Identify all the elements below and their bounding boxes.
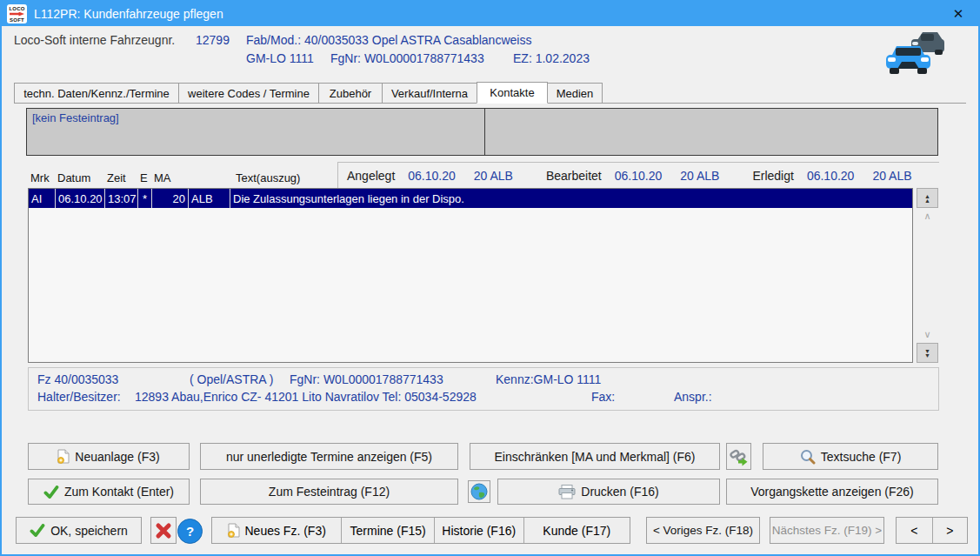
col-mrk: Mrk <box>28 171 55 184</box>
angelegt-ma: 20 ALB <box>474 169 513 183</box>
contact-list-header: Mrk Datum Zeit E MA Text(auszug) <box>28 167 337 188</box>
kunde-button[interactable]: Kunde (F17) <box>523 518 630 543</box>
button-label: Historie (F16) <box>442 524 516 538</box>
chevron-down-icon[interactable]: ∨ <box>923 330 930 339</box>
cars-icon <box>884 30 945 78</box>
unerledigte-termine-button[interactable]: nur unerledigte Termine anzeigen (F5) <box>200 443 458 470</box>
festeintrag-panel-right[interactable] <box>484 108 938 156</box>
cancel-button[interactable] <box>150 517 177 544</box>
erledigt-label: Erledigt <box>752 169 793 183</box>
triangle-up-icon: ▲ <box>924 198 930 203</box>
einschraenken-button[interactable]: Einschränken [MA und Merkmal] (F6) <box>470 443 720 470</box>
window-title: L112PR: Kundenfahrzeuge pflegen <box>34 7 223 21</box>
fab-mod-value: Fab/Mod.: 40/0035033 Opel ASTRA Casablan… <box>246 33 531 47</box>
erledigt-date: 06.10.20 <box>807 169 855 183</box>
search-icon <box>800 449 816 465</box>
button-label: Einschränken [MA und Merkmal] (F6) <box>494 450 695 464</box>
titlebar[interactable]: LOCO SOFT L112PR: Kundenfahrzeuge pflege… <box>2 2 978 26</box>
neues-fz-button[interactable]: Neues Fz. (F3) <box>212 518 341 543</box>
bearbeitet-ma: 20 ALB <box>680 169 719 183</box>
license-plate-value: GM-LO 1111 <box>246 51 314 65</box>
button-label: < Voriges Fz. (F18) <box>653 524 753 537</box>
textsuche-button[interactable]: Textsuche (F7) <box>763 443 938 470</box>
button-label: Drucken (F16) <box>581 485 658 499</box>
record-meta-strip: Angelegt 06.10.20 20 ALB Bearbeitet 06.1… <box>337 162 939 188</box>
green-check-icon <box>43 486 59 499</box>
button-label: Neues Fz. (F3) <box>245 524 326 538</box>
cell-text: Die Zulassungsunterlagen liegen in der D… <box>230 189 912 208</box>
vorgangskette-button[interactable]: Vorgangskette anzeigen (F26) <box>726 479 938 505</box>
button-label: OK, speichern <box>50 524 128 538</box>
drucken-button[interactable]: Drucken (F16) <box>497 479 720 505</box>
detail-vin-value: FgNr: W0L00001788771433 <box>290 372 443 386</box>
naechstes-fz-button[interactable]: Nächstes Fz. (F19) > <box>770 517 884 544</box>
tab-label: Verkauf/Interna <box>391 87 468 100</box>
cell-datum: 06.10.20 <box>56 189 105 208</box>
neuanlage-button[interactable]: Neuanlage (F3) <box>28 443 190 470</box>
button-label: Neuanlage (F3) <box>75 450 159 464</box>
voriges-fz-button[interactable]: < Voriges Fz. (F18) <box>646 517 760 544</box>
tab-verkauf-interna[interactable]: Verkauf/Interna <box>382 83 477 103</box>
cell-ma: 20 <box>152 189 189 208</box>
contact-list[interactable]: AI 06.10.20 13:07 * 20 ALB Die Zulassung… <box>28 188 913 363</box>
detail-plate-value: Kennz:GM-LO 1111 <box>496 372 601 386</box>
tab-zubehoer[interactable]: Zubehör <box>318 83 383 103</box>
tab-techn-daten[interactable]: techn. Daten/Kennz./Termine <box>14 83 179 103</box>
first-registration-value: EZ: 1.02.2023 <box>513 51 590 65</box>
internal-vehicle-number-value: 12799 <box>196 33 230 47</box>
tab-weitere-codes[interactable]: weitere Codes / Termine <box>178 83 319 103</box>
right-angle-icon: > <box>946 524 953 538</box>
list-scrollbar: ▲ ▲ ∧ ∨ ▼ ▼ <box>917 188 938 363</box>
new-document-icon <box>228 523 240 538</box>
festeintrag-panel[interactable]: [kein Festeintrag] <box>26 108 485 156</box>
help-button[interactable]: ? <box>177 519 203 544</box>
close-icon[interactable]: ✕ <box>943 6 973 22</box>
globe-icon <box>470 483 488 500</box>
chain-link-icon <box>730 447 749 466</box>
col-ma: MA <box>151 171 188 184</box>
scroll-page-down-button[interactable]: ▼ ▼ <box>917 343 938 363</box>
globe-button[interactable] <box>468 480 490 503</box>
historie-button[interactable]: Historie (F16) <box>434 518 523 543</box>
table-row[interactable]: AI 06.10.20 13:07 * 20 ALB Die Zulassung… <box>29 189 912 208</box>
bearbeitet-date: 06.10.20 <box>615 169 663 183</box>
button-label: Kunde (F17) <box>543 524 610 538</box>
tab-bar: techn. Daten/Kennz./Termine weitere Code… <box>14 82 966 104</box>
button-label: nur unerledigte Termine anzeigen (F5) <box>226 450 432 464</box>
chevron-up-icon[interactable]: ∧ <box>923 211 930 221</box>
prev-record-button[interactable]: < <box>897 518 932 543</box>
fz-value: Fz 40/0035033 <box>37 372 118 386</box>
logo-text-top: LOCO <box>9 6 24 11</box>
cell-mrk: AI <box>29 189 56 208</box>
tab-kontakte[interactable]: Kontakte <box>477 82 548 104</box>
col-datum: Datum <box>55 171 104 184</box>
tab-label: Kontakte <box>490 86 534 99</box>
scroll-page-up-button[interactable]: ▲ ▲ <box>917 188 938 208</box>
next-record-button[interactable]: > <box>932 518 968 543</box>
tab-label: Zubehör <box>330 87 371 100</box>
tab-label: weitere Codes / Termine <box>188 87 310 100</box>
logo-text-bottom: SOFT <box>10 17 24 23</box>
button-label: Vorgangskette anzeigen (F26) <box>750 485 914 499</box>
vehicle-details-panel: Fz 40/0035033 ( Opel/ASTRA ) FgNr: W0L00… <box>28 367 939 411</box>
tab-medien[interactable]: Medien <box>547 83 603 103</box>
zum-festeintrag-button[interactable]: Zum Festeintrag (F12) <box>200 479 458 505</box>
logo-arrow-band <box>10 12 24 17</box>
ok-speichern-button[interactable]: OK, speichern <box>16 517 142 544</box>
new-document-icon <box>57 449 70 464</box>
record-arrows-group: < > <box>896 517 968 544</box>
help-icon: ? <box>186 524 194 539</box>
link-chain-button[interactable] <box>726 443 751 470</box>
button-label: Nächstes Fz. (F19) > <box>772 524 882 537</box>
termine-button[interactable]: Termine (F15) <box>341 518 434 543</box>
cell-initials: ALB <box>189 189 230 208</box>
contact-person-label: Anspr.: <box>674 390 712 404</box>
cell-e: * <box>138 189 152 208</box>
internal-vehicle-number-label: Loco-Soft interne Fahrzeugnr. <box>14 33 175 47</box>
zum-kontakt-button[interactable]: Zum Kontakt (Enter) <box>28 479 190 505</box>
vin-value: FgNr: W0L00001788771433 <box>330 51 484 65</box>
green-check-icon <box>30 524 45 537</box>
col-zeit: Zeit <box>104 171 137 184</box>
angelegt-date: 06.10.20 <box>408 169 456 183</box>
bearbeitet-label: Bearbeitet <box>546 169 602 183</box>
